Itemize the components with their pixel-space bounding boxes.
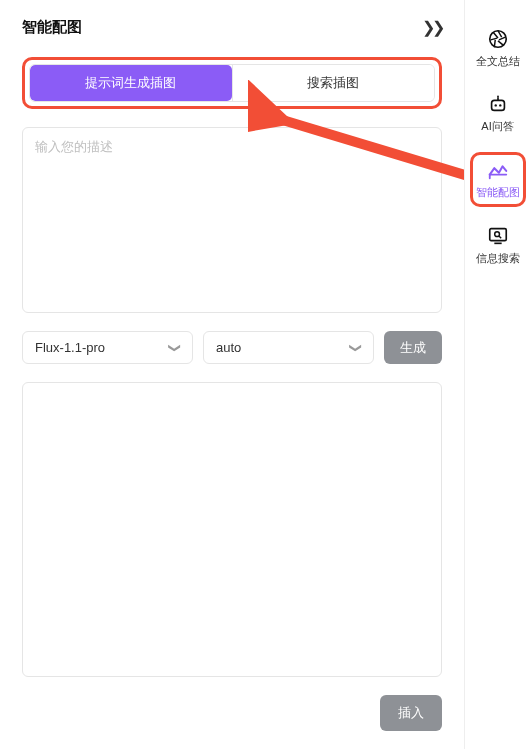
prompt-input[interactable] [35,138,429,298]
aspect-select-value: auto [216,340,241,355]
aspect-select[interactable]: auto ❯ [203,331,374,364]
robot-icon [487,93,509,115]
sidebar-item-label: 全文总结 [476,54,520,69]
svg-point-3 [494,104,496,106]
svg-line-9 [498,236,500,238]
sidebar-item-image[interactable]: 智能配图 [470,152,526,207]
aperture-icon [487,28,509,50]
panel-header: 智能配图 ❯❯ [22,18,442,37]
sidebar-item-label: 信息搜索 [476,251,520,266]
panel-title: 智能配图 [22,18,82,37]
sidebar-item-label: 智能配图 [476,185,520,200]
tab-search[interactable]: 搜索插图 [232,65,435,101]
prompt-input-box[interactable] [22,127,442,313]
preview-area [22,382,442,677]
sidebar-item-search[interactable]: 信息搜索 [470,219,526,272]
generate-button[interactable]: 生成 [384,331,442,364]
model-select-value: Flux-1.1-pro [35,340,105,355]
sidebar-item-qa[interactable]: AI问答 [470,87,526,140]
svg-point-4 [499,104,501,106]
svg-rect-7 [489,229,506,241]
insert-button[interactable]: 插入 [380,695,442,731]
tabs-highlight: 提示词生成插图 搜索插图 [22,57,442,109]
sidebar-item-summary[interactable]: 全文总结 [470,22,526,75]
tab-generate[interactable]: 提示词生成插图 [30,65,232,101]
svg-point-6 [497,96,499,98]
search-screen-icon [487,225,509,247]
right-sidebar: 全文总结 AI问答 智能配图 [464,0,530,749]
svg-point-8 [494,232,499,237]
collapse-icon[interactable]: ❯❯ [422,18,442,37]
sidebar-item-label: AI问答 [481,119,513,134]
image-chart-icon [487,159,509,181]
svg-rect-2 [491,100,504,110]
chevron-down-icon: ❯ [349,343,363,353]
model-select[interactable]: Flux-1.1-pro ❯ [22,331,193,364]
tabs: 提示词生成插图 搜索插图 [29,64,435,102]
chevron-down-icon: ❯ [168,343,182,353]
